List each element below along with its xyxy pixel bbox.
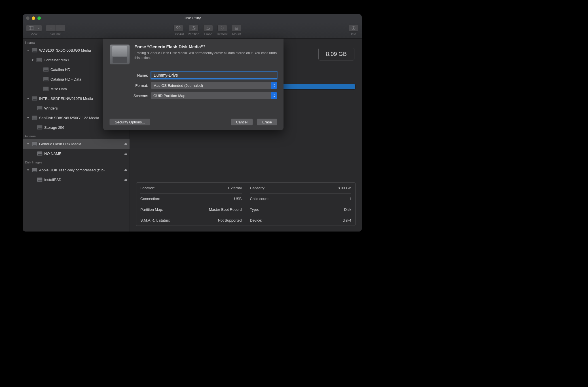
- internal-disk-icon: [43, 77, 49, 81]
- security-options-button[interactable]: Security Options...: [109, 119, 150, 125]
- scheme-label: Scheme:: [122, 94, 148, 98]
- traffic-lights: [26, 16, 41, 20]
- sidebar-item-generic-flash[interactable]: ▼ Generic Flash Disk Media ⏏: [23, 139, 130, 149]
- eject-icon[interactable]: ⏏: [124, 168, 127, 172]
- info-label: Info: [351, 32, 356, 36]
- sidebar-item-installesd[interactable]: InstallESD ⏏: [23, 175, 130, 184]
- sidebar-item-label: SanDisk SD8SN8U256G1122 Media: [39, 116, 99, 120]
- internal-disk-icon: [32, 48, 37, 52]
- erase-confirm-button[interactable]: Erase: [257, 119, 277, 125]
- detail-row: Device:disk4: [250, 215, 352, 226]
- sidebar-item-label: Winders: [44, 106, 58, 110]
- detail-value: Disk: [344, 207, 351, 212]
- name-input[interactable]: [151, 71, 277, 79]
- disclosure-triangle-icon[interactable]: ▼: [26, 49, 30, 52]
- erase-button[interactable]: [203, 25, 213, 31]
- first-aid-button[interactable]: [174, 25, 183, 31]
- volume-add-button[interactable]: +: [46, 25, 56, 31]
- sheet-subtitle: Erasing “Generic Flash Disk Media” will …: [134, 51, 277, 61]
- name-label: Name:: [122, 73, 148, 77]
- erase-sheet: Erase “Generic Flash Disk Media”? Erasin…: [103, 39, 284, 130]
- select-arrows-icon: ▲▼: [271, 82, 277, 89]
- scheme-select[interactable]: GUID Partition Map ▲▼: [151, 92, 277, 99]
- sidebar-item-udif[interactable]: ▼ Apple UDIF read-only compressed (zlib)…: [23, 165, 130, 175]
- disk-image-icon: [37, 177, 43, 182]
- minimize-window-icon[interactable]: [32, 16, 35, 20]
- eject-icon[interactable]: ⏏: [124, 142, 127, 146]
- mount-button[interactable]: [232, 25, 241, 31]
- sidebar-section-diskimages: Disk Images: [23, 158, 130, 165]
- disclosure-triangle-icon[interactable]: ▼: [26, 142, 30, 146]
- svg-point-3: [179, 26, 180, 28]
- chevron-down-icon: ⌄: [38, 27, 40, 30]
- window-title: Disk Utility: [184, 16, 201, 20]
- restore-group: Restore: [217, 25, 228, 36]
- eject-icon[interactable]: ⏏: [124, 152, 127, 155]
- disclosure-triangle-icon[interactable]: ▼: [26, 97, 30, 100]
- sidebar-item-label: Generic Flash Disk Media: [39, 142, 81, 146]
- external-disk-icon: [32, 142, 37, 146]
- svg-rect-0: [29, 26, 33, 30]
- detail-key: Capacity:: [250, 186, 265, 190]
- internal-disk-icon: [32, 96, 37, 101]
- detail-row: Location:External: [140, 183, 242, 194]
- restore-label: Restore: [217, 32, 228, 36]
- sidebar-item-label: Catalina HD: [50, 68, 70, 72]
- detail-key: Location:: [140, 186, 155, 190]
- erase-label: Erase: [204, 32, 212, 36]
- detail-value: 1: [349, 197, 351, 201]
- view-sidebar-button[interactable]: [26, 25, 36, 31]
- internal-disk-icon: [36, 58, 42, 62]
- stethoscope-icon: [176, 26, 181, 30]
- info-button[interactable]: [349, 25, 358, 31]
- sidebar-item-noname[interactable]: NO NAME ⏏: [23, 149, 130, 158]
- detail-row: Partition Map:Master Boot Record: [140, 204, 242, 215]
- svg-point-8: [353, 27, 354, 28]
- detail-row: S.M.A.R.T. status:Not Supported: [140, 215, 242, 226]
- scheme-value: GUID Partition Map: [153, 94, 185, 98]
- sidebar-item-label: NO NAME: [44, 152, 62, 156]
- volume-label: Volume: [50, 32, 61, 36]
- disclosure-triangle-icon[interactable]: ▼: [31, 58, 35, 62]
- sidebar-section-external: External: [23, 132, 130, 139]
- format-select[interactable]: Mac OS Extended (Journaled) ▲▼: [151, 82, 277, 89]
- disclosure-triangle-icon[interactable]: ▼: [26, 116, 30, 119]
- disclosure-triangle-icon[interactable]: ▼: [26, 169, 30, 172]
- firstaid-group: First Aid: [173, 25, 184, 36]
- volume-remove-button[interactable]: −: [56, 25, 65, 31]
- eject-icon[interactable]: ⏏: [124, 178, 127, 182]
- restore-button[interactable]: [217, 25, 227, 31]
- sidebar-icon: [29, 26, 33, 30]
- internal-disk-icon: [37, 125, 43, 130]
- minus-icon: −: [59, 26, 62, 30]
- detail-value: Not Supported: [218, 218, 242, 222]
- view-label: View: [31, 32, 37, 36]
- partition-label: Partition: [188, 32, 199, 36]
- svg-point-2: [176, 26, 178, 28]
- erase-form: Name: Format: Mac OS Extended (Journaled…: [109, 71, 277, 99]
- detail-value: Master Boot Record: [209, 207, 242, 212]
- view-group: ⌄ View: [26, 25, 42, 36]
- capacity-badge: 8.09 GB: [318, 48, 354, 60]
- internal-disk-icon: [37, 106, 43, 110]
- sidebar-item-label: INTEL SSDPEKNW010T8 Media: [39, 96, 93, 101]
- partition-button[interactable]: [189, 25, 198, 31]
- titlebar: Disk Utility: [23, 14, 362, 22]
- first-aid-label: First Aid: [173, 32, 184, 36]
- pie-icon: [191, 26, 196, 30]
- detail-value: USB: [234, 197, 242, 201]
- cancel-button[interactable]: Cancel: [231, 119, 253, 125]
- detail-key: Connection:: [140, 197, 160, 201]
- detail-key: S.M.A.R.T. status:: [140, 218, 170, 222]
- sidebar-item-label: Storage 256: [44, 125, 64, 130]
- sidebar-item-label: WDS100T3X0C-00SJG0 Media: [39, 48, 91, 52]
- toolbar: ⌄ View + − Volume First Aid Partition: [23, 22, 362, 39]
- info-group: Info: [349, 25, 358, 36]
- view-menu-button[interactable]: ⌄: [36, 25, 42, 31]
- sidebar-item-label: InstallESD: [44, 178, 62, 182]
- zoom-window-icon[interactable]: [37, 16, 41, 20]
- close-window-icon[interactable]: [26, 16, 29, 20]
- hard-drive-icon: [109, 44, 130, 65]
- detail-key: Type:: [250, 207, 259, 212]
- sidebar-item-label: Container disk1: [44, 58, 69, 62]
